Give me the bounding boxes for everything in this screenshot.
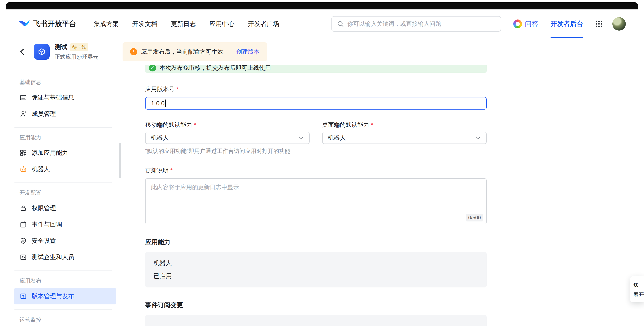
required-asterisk: * — [194, 122, 196, 128]
chevron-down-icon — [475, 135, 481, 141]
sidebar: 基础信息 凭证与基础信息 成员管理 — [6, 65, 122, 326]
nav-item-integration[interactable]: 集成方案 — [94, 20, 119, 28]
brand-title: 飞书开放平台 — [33, 19, 76, 29]
search-input[interactable] — [347, 20, 496, 27]
sidebar-divider — [14, 270, 112, 271]
lock-icon — [20, 204, 27, 212]
nav-item-docs[interactable]: 开发文档 — [132, 20, 157, 28]
robot-icon — [20, 166, 27, 173]
qa-label: 问答 — [525, 20, 538, 28]
sidebar-item-members[interactable]: 成员管理 — [14, 106, 116, 122]
app-header-bar: 测试 待上线 正式应用@环界云 ! 应用发布后，当前配置方可生效 创建版本 — [6, 38, 638, 65]
version-value: 1.0.0 — [151, 100, 165, 107]
browser-window: 飞书开放平台 集成方案 开发文档 更新日志 应用中心 开发者广场 问答 — [6, 2, 638, 326]
status-badge: 待上线 — [70, 43, 88, 51]
sidebar-item-bot[interactable]: 机器人 — [14, 161, 116, 178]
sidebar-scrollbar[interactable] — [119, 143, 121, 178]
version-label-text: 应用版本号 — [145, 85, 174, 93]
changelog-label: 更新说明 * — [145, 166, 487, 174]
sidebar-item-label: 事件与回调 — [32, 220, 62, 229]
cube-icon — [37, 47, 46, 56]
event-icon — [20, 221, 27, 228]
release-icon — [20, 292, 27, 300]
sidebar-section-basic-info: 基础信息 — [20, 78, 116, 86]
sidebar-divider — [14, 182, 112, 183]
shield-icon — [20, 237, 27, 245]
sidebar-item-label: 机器人 — [32, 165, 50, 174]
create-version-link[interactable]: 创建版本 — [236, 48, 260, 56]
required-asterisk: * — [170, 167, 173, 174]
user-avatar[interactable] — [612, 17, 626, 30]
audit-free-success-banner: ✓ 本次发布免审核，提交发布后即可上线使用 — [145, 65, 487, 73]
window-titlebar — [6, 2, 638, 10]
sidebar-item-label: 成员管理 — [32, 110, 56, 118]
sidebar-item-label: 版本管理与发布 — [32, 292, 74, 300]
chevron-down-icon — [298, 135, 304, 141]
success-check-icon: ✓ — [149, 65, 156, 72]
primary-nav: 集成方案 开发文档 更新日志 应用中心 开发者广场 — [94, 20, 279, 28]
capability-section-title: 应用能力 — [145, 238, 487, 246]
sidebar-item-credentials[interactable]: 凭证与基础信息 — [14, 90, 116, 106]
nav-item-dev-square[interactable]: 开发者广场 — [248, 20, 279, 28]
tab-developer-console[interactable]: 开发者后台 — [550, 10, 583, 38]
qa-entry[interactable]: 问答 — [513, 20, 538, 28]
sidebar-item-label: 安全设置 — [32, 237, 56, 245]
back-button[interactable] — [18, 48, 26, 56]
sidebar-section-ops-monitor: 运营监控 — [20, 316, 116, 323]
app-icon — [34, 44, 50, 60]
sidebar-divider — [14, 127, 112, 128]
version-label: 应用版本号 * — [145, 85, 487, 93]
capability-summary-box: 机器人 已启用 — [145, 252, 487, 288]
event-subscription-box — [145, 315, 487, 326]
brand[interactable]: 飞书开放平台 — [18, 19, 76, 29]
collapse-chevrons-icon: « — [633, 280, 643, 289]
desktop-capability-label: 桌面端的默认能力 * — [322, 121, 487, 129]
sidebar-item-events-callbacks[interactable]: 事件与回调 — [14, 216, 116, 233]
capability-status: 已启用 — [154, 272, 478, 280]
developer-console-label: 开发者后台 — [550, 20, 583, 28]
required-asterisk: * — [371, 122, 373, 128]
changelog-textarea[interactable] — [145, 178, 487, 224]
warning-icon: ! — [130, 48, 137, 55]
app-name: 测试 — [55, 43, 67, 52]
success-banner-text: 本次发布免审核，提交发布后即可上线使用 — [160, 65, 271, 72]
mobile-capability-value: 机器人 — [151, 134, 169, 142]
top-navbar: 飞书开放平台 集成方案 开发文档 更新日志 应用中心 开发者广场 问答 — [6, 10, 638, 38]
nav-item-app-center[interactable]: 应用中心 — [209, 20, 234, 28]
sidebar-item-version-release[interactable]: 版本管理与发布 — [14, 288, 116, 304]
sidebar-section-dev-config: 开发配置 — [20, 189, 116, 196]
event-subscription-title: 事件订阅变更 — [145, 301, 487, 310]
capability-hint: “默认的应用功能”即用户通过工作台访问应用时打开的功能 — [145, 147, 487, 155]
global-search[interactable] — [332, 16, 501, 32]
sidebar-divider — [14, 310, 112, 310]
desktop-capability-label-text: 桌面端的默认能力 — [322, 121, 369, 129]
main-content: ✓ 本次发布免审核，提交发布后即可上线使用 应用版本号 * 1.0.0 — [122, 65, 638, 326]
code-box-icon — [20, 254, 27, 261]
nav-item-changelog[interactable]: 更新日志 — [171, 20, 196, 28]
sidebar-item-permissions[interactable]: 权限管理 — [14, 200, 116, 216]
version-input[interactable]: 1.0.0 — [145, 97, 487, 110]
mobile-capability-label-text: 移动端的默认能力 — [145, 121, 192, 129]
app-meta: 测试 待上线 正式应用@环界云 — [55, 43, 98, 60]
apps-grid-button[interactable] — [595, 20, 603, 28]
publish-warning-banner: ! 应用发布后，当前配置方可生效 创建版本 — [122, 42, 267, 61]
back-chevron-icon — [18, 48, 26, 56]
changelog-field: 0/500 — [145, 178, 487, 224]
sidebar-item-add-capability[interactable]: 添加应用能力 — [14, 145, 116, 161]
text-caret — [165, 100, 166, 107]
feishu-logo-icon — [18, 19, 30, 29]
sidebar-item-security[interactable]: 安全设置 — [14, 233, 116, 249]
expand-panel-toggle[interactable]: « 展开 — [630, 276, 644, 302]
capability-name: 机器人 — [154, 259, 478, 267]
mobile-capability-select[interactable]: 机器人 — [145, 132, 310, 144]
credential-icon — [20, 94, 27, 102]
desktop-capability-select[interactable]: 机器人 — [322, 132, 487, 144]
char-counter: 0/500 — [466, 214, 483, 222]
changelog-label-text: 更新说明 — [145, 166, 169, 174]
qa-icon — [513, 20, 522, 28]
grid-icon — [595, 20, 603, 28]
required-asterisk: * — [176, 86, 178, 92]
sidebar-item-label: 测试企业和人员 — [32, 253, 74, 262]
search-icon — [337, 20, 344, 28]
sidebar-item-test-org[interactable]: 测试企业和人员 — [14, 249, 116, 266]
